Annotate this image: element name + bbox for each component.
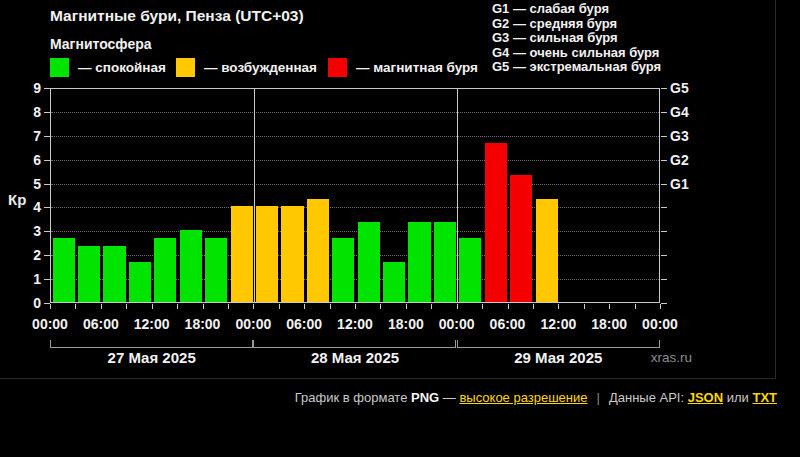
y-axis-tick — [44, 279, 50, 280]
kp-bar — [459, 238, 481, 302]
x-axis-tick — [431, 304, 432, 309]
kp-bar — [510, 175, 532, 302]
g-scale-item: G2 — средняя буря — [492, 17, 661, 32]
y-axis-tick — [661, 88, 667, 89]
y-axis-tick-label: 7 — [14, 128, 41, 144]
x-axis-tick — [330, 304, 331, 309]
kp-bar — [358, 222, 380, 302]
x-axis-tick — [457, 304, 458, 309]
y-axis-tick-label: 1 — [14, 271, 41, 287]
kp-legend-item: — спокойная — [50, 58, 166, 77]
watermark: xras.ru — [600, 350, 692, 365]
x-axis-tick-label: 00:00 — [25, 316, 75, 332]
g-axis-label: G5 — [670, 80, 689, 96]
x-axis-tick — [177, 304, 178, 309]
kp-bar — [434, 222, 456, 302]
y-axis-tick-label: 3 — [14, 223, 41, 239]
y-axis-tick — [44, 207, 50, 208]
y-axis-tick — [661, 136, 667, 137]
magnetic-storm-page: Магнитные бури, Пенза (UTC+03) Магнитосф… — [0, 0, 800, 457]
x-axis-tick — [380, 304, 381, 309]
gridline — [51, 255, 659, 256]
date-label: 27 Мая 2025 — [50, 349, 253, 366]
g-axis-label: G1 — [670, 176, 689, 192]
date-bracket — [50, 347, 252, 348]
x-axis-tick-label: 12:00 — [533, 316, 583, 332]
y-axis-tick — [661, 303, 667, 304]
x-axis-tick — [558, 304, 559, 309]
kp-legend-item: — возбужденная — [176, 58, 317, 77]
txt-api-link[interactable]: TXT — [752, 390, 777, 405]
x-axis-tick — [50, 304, 51, 309]
g-axis-label: G3 — [670, 128, 689, 144]
json-api-link[interactable]: JSON — [688, 390, 723, 405]
y-axis-tick — [44, 231, 50, 232]
legend-label: — спокойная — [78, 60, 166, 75]
kp-bar — [383, 262, 405, 302]
y-axis-tick-label: 8 — [14, 104, 41, 120]
gridline — [51, 136, 659, 137]
x-axis-tick — [635, 304, 636, 309]
x-axis-tick — [406, 304, 407, 309]
kp-bar — [205, 238, 227, 302]
y-axis-tick — [44, 160, 50, 161]
kp-bar — [536, 199, 558, 302]
legend-label: — возбужденная — [204, 60, 317, 75]
y-axis-tick — [44, 112, 50, 113]
kp-bar — [180, 230, 202, 302]
day-separator — [254, 89, 255, 302]
kp-legend-item: — магнитная буря — [328, 58, 478, 77]
x-axis-tick — [355, 304, 356, 309]
kp-bar — [231, 206, 253, 302]
gridline — [51, 231, 659, 232]
high-res-link[interactable]: высокое разрешение — [459, 390, 587, 405]
g-axis-label: G4 — [670, 104, 689, 120]
x-axis-tick — [304, 304, 305, 309]
x-axis-tick — [482, 304, 483, 309]
legend-swatch-active — [176, 58, 195, 77]
day-separator — [457, 89, 458, 302]
y-axis-tick — [44, 184, 50, 185]
legend-swatch-quiet — [50, 58, 69, 77]
kp-bar — [129, 262, 151, 302]
footer-text: или — [723, 390, 752, 405]
y-axis-tick — [44, 255, 50, 256]
y-axis-tick-label: 9 — [14, 80, 41, 96]
x-axis-tick-label: 12:00 — [127, 316, 177, 332]
g-scale-item: G1 — слабая буря — [492, 2, 661, 17]
date-bracket — [457, 347, 659, 348]
x-axis-tick — [101, 304, 102, 309]
y-axis-tick — [661, 160, 667, 161]
y-axis-tick — [661, 207, 667, 208]
kp-bar — [154, 238, 176, 302]
x-axis-tick — [533, 304, 534, 309]
page-title: Магнитные бури, Пенза (UTC+03) — [50, 7, 304, 25]
y-axis-tick — [661, 231, 667, 232]
y-axis-tick — [661, 279, 667, 280]
x-axis-tick — [660, 304, 661, 309]
panel-border-right — [775, 0, 776, 378]
y-axis-tick-label: 4 — [14, 199, 41, 215]
x-axis-tick — [75, 304, 76, 309]
gridline — [51, 207, 659, 208]
legend-swatch-storm — [328, 58, 347, 77]
kp-bar — [78, 246, 100, 302]
y-axis-tick — [661, 112, 667, 113]
footer-separator: | — [597, 390, 600, 405]
gridline — [51, 112, 659, 113]
x-axis-tick-label: 06:00 — [76, 316, 126, 332]
kp-bar — [332, 238, 354, 302]
magnetosphere-subtitle: Магнитосфера — [50, 36, 152, 52]
x-axis-tick-label: 06:00 — [279, 316, 329, 332]
kp-bar — [53, 238, 75, 302]
date-label: 28 Мая 2025 — [253, 349, 456, 366]
kp-bar — [485, 143, 507, 302]
x-axis-tick — [253, 304, 254, 309]
x-axis-tick — [609, 304, 610, 309]
footer-text: График в формате — [295, 390, 411, 405]
y-axis-tick-label: 6 — [14, 152, 41, 168]
y-axis-tick — [661, 184, 667, 185]
x-axis-tick-label: 18:00 — [584, 316, 634, 332]
x-axis-tick-label: 12:00 — [330, 316, 380, 332]
footer: График в формате PNG — высокое разрешени… — [295, 390, 777, 405]
